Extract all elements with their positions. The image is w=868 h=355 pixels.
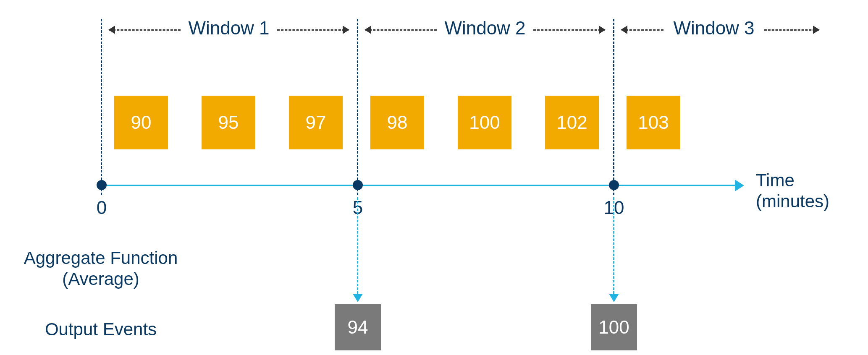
event-box: 90 — [114, 96, 168, 149]
event-box: 97 — [289, 96, 343, 149]
output-value: 100 — [598, 317, 629, 338]
axis-label-line1: Time — [756, 170, 829, 191]
window-range-2-right — [533, 29, 605, 31]
event-value: 103 — [638, 112, 669, 133]
aggregate-function-label: Aggregate Function (Average) — [17, 248, 185, 290]
window-divider-2 — [613, 19, 614, 195]
window-label-1: Window 1 — [188, 18, 269, 39]
arrow-left-icon — [365, 26, 371, 34]
window-range-1-left — [109, 29, 181, 31]
output-arrow-1 — [357, 197, 358, 294]
aggregate-label-line1: Aggregate Function — [17, 248, 185, 269]
output-events-label: Output Events — [17, 319, 185, 340]
arrow-left-icon — [621, 26, 627, 34]
event-value: 100 — [469, 112, 500, 133]
window-divider-1 — [357, 19, 358, 195]
axis-label-line2: (minutes) — [756, 191, 829, 212]
timeline-arrow-icon — [735, 180, 744, 191]
tumbling-window-diagram: Window 1 Window 2 Window 3 90 95 97 98 1… — [0, 0, 868, 355]
event-value: 98 — [387, 112, 408, 133]
arrow-right-icon — [343, 26, 349, 34]
event-box: 103 — [627, 96, 680, 149]
output-box: 100 — [591, 304, 637, 350]
arrow-right-icon — [813, 26, 820, 34]
window-range-2-left — [365, 29, 437, 31]
tick-dot-5 — [353, 180, 363, 190]
event-box: 100 — [458, 96, 511, 149]
aggregate-label-line2: (Average) — [17, 269, 185, 290]
arrow-down-icon — [353, 294, 363, 302]
axis-label: Time (minutes) — [756, 170, 829, 212]
timeline — [101, 185, 735, 186]
window-range-1-right — [277, 29, 349, 31]
arrow-down-icon — [609, 294, 619, 302]
event-box: 95 — [202, 96, 255, 149]
tick-dot-10 — [609, 180, 619, 190]
event-value: 102 — [556, 112, 587, 133]
event-box: 98 — [370, 96, 424, 149]
output-box: 94 — [335, 304, 381, 350]
output-arrow-2 — [613, 197, 614, 294]
window-label-3: Window 3 — [673, 18, 754, 39]
window-divider-0 — [101, 19, 102, 195]
event-value: 95 — [218, 112, 239, 133]
window-range-3-left — [621, 29, 663, 31]
window-label-2: Window 2 — [444, 18, 525, 39]
output-value: 94 — [348, 317, 368, 338]
arrow-left-icon — [108, 26, 115, 34]
tick-dot-0 — [97, 180, 107, 190]
event-value: 97 — [306, 112, 326, 133]
event-box: 102 — [545, 96, 599, 149]
arrow-right-icon — [599, 26, 606, 34]
tick-label: 0 — [97, 197, 107, 218]
event-value: 90 — [131, 112, 152, 133]
window-range-3-right — [764, 29, 819, 31]
